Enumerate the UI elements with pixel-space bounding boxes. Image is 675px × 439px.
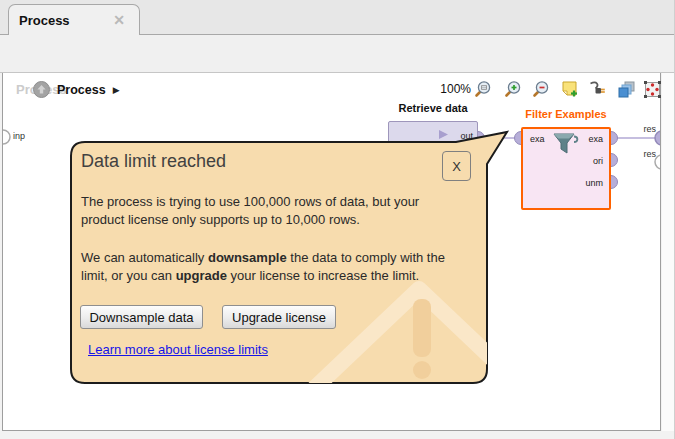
port-label-unm-out: unm (585, 178, 603, 188)
port-label-ori-out: ori (593, 156, 603, 166)
zoom-in-icon[interactable] (503, 80, 522, 99)
fit-view-icon[interactable] (643, 80, 662, 99)
downsample-data-button[interactable]: Downsample data (80, 305, 203, 329)
operator-label-filter-examples: Filter Examples (506, 108, 626, 120)
dialog-body-line-4: limit, or you can upgrade your license t… (81, 268, 419, 283)
breadcrumb: Process ▶ (33, 81, 120, 98)
learn-more-link[interactable]: Learn more about license limits (88, 342, 268, 357)
operator-label-retrieve-data: Retrieve data (388, 102, 478, 114)
breadcrumb-chevron-icon[interactable]: ▶ (113, 85, 120, 95)
upgrade-license-button[interactable]: Upgrade license (222, 305, 336, 329)
retrieve-data-icon (439, 130, 449, 140)
process-panel: Process ✕ Process ▶ 100% (0, 0, 675, 439)
port-label-out: out (460, 131, 473, 141)
auto-wire-icon[interactable] (588, 80, 607, 99)
port-label-inp: inp (13, 131, 25, 141)
tab-strip: Process ✕ (0, 0, 675, 34)
up-arrow-circle-icon[interactable] (33, 81, 50, 98)
operator-filter-examples[interactable]: exa exa ori unm (521, 127, 611, 210)
port-label-exa-out: exa (588, 134, 603, 144)
dialog-body-line-1: The process is trying to use 100,000 row… (81, 194, 419, 209)
panel-bottom-margin (0, 431, 675, 439)
canvas-right-margin (662, 73, 675, 431)
port-label-res-2: res (633, 149, 656, 159)
port-inp[interactable] (3, 130, 10, 144)
tab-process[interactable]: Process ✕ (8, 4, 140, 35)
zoom-out-icon[interactable] (531, 80, 550, 99)
zoom-level-label: 100% (437, 82, 471, 96)
dialog-body-line-2: product license only supports up to 10,0… (81, 212, 360, 227)
port-label-exa-in: exa (530, 134, 545, 144)
zoom-actual-size-icon[interactable] (473, 80, 492, 99)
dialog-body-line-3: We can automatically downsample the data… (81, 250, 445, 265)
tab-label: Process (19, 13, 70, 28)
breadcrumb-process[interactable]: Process (57, 83, 106, 97)
dialog-title: Data limit reached (81, 151, 226, 172)
funnel-filter-icon (552, 132, 580, 158)
add-note-icon[interactable] (560, 80, 579, 99)
port-label-res-1: res (633, 124, 656, 134)
process-toolbar: Process ▶ 100% (0, 34, 675, 73)
tab-close-icon[interactable]: ✕ (109, 12, 129, 28)
layers-icon[interactable] (617, 80, 636, 99)
dialog-close-button[interactable]: X (442, 151, 471, 181)
process-canvas[interactable]: Process inp res res Retrieve data out Fi… (2, 73, 661, 431)
